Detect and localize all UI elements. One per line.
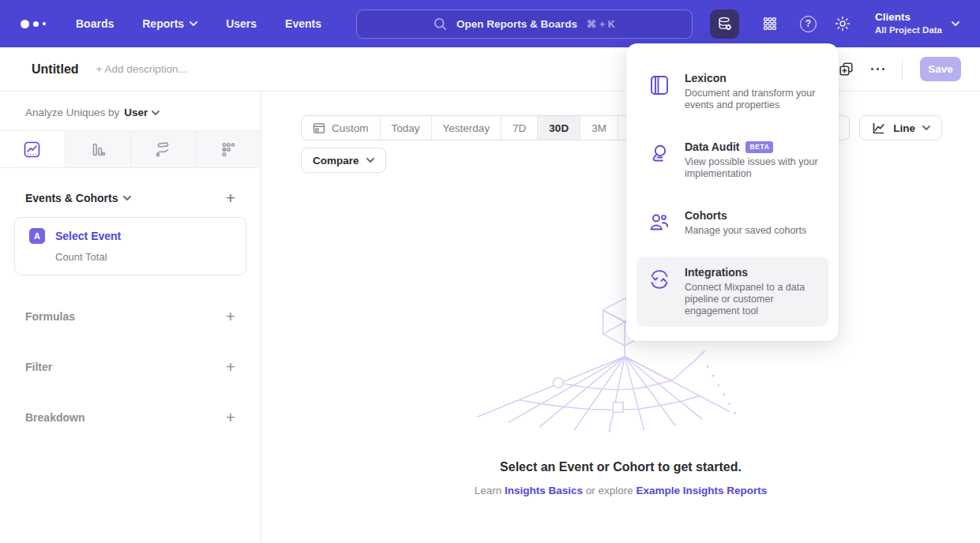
filter-section: Filter + — [25, 360, 235, 374]
compare-dropdown[interactable]: Compare — [301, 148, 386, 173]
event-aggregation[interactable]: Count Total — [55, 251, 231, 263]
data-management-menu: Lexicon Document and transform your even… — [626, 43, 839, 341]
metric-dots-icon — [220, 141, 237, 158]
add-formula-button[interactable]: + — [226, 309, 235, 324]
flow-icon — [154, 140, 171, 158]
org-name: Clients — [875, 11, 942, 24]
primary-nav: Boards Reports Users Events — [76, 17, 321, 30]
formulas-section: Formulas + — [25, 309, 235, 324]
settings-button[interactable] — [832, 9, 853, 39]
menu-item-lexicon[interactable]: Lexicon Document and transform your even… — [636, 62, 828, 121]
menu-item-data-audit[interactable]: Data Audit BETA View possible issues wit… — [636, 131, 828, 189]
breakdown-section: Breakdown + — [25, 410, 235, 425]
insights-basics-link[interactable]: Insights Basics — [505, 485, 583, 496]
events-cohorts-header: Events & Cohorts + — [25, 191, 235, 205]
date-range-control: Custom Today Yesterday 7D 30D 3M 6M — [301, 115, 656, 140]
range-30d[interactable]: 30D — [537, 116, 580, 140]
query-builder-sidebar: Analyze Uniques by User — [0, 92, 261, 543]
chevron-down-icon — [366, 158, 374, 163]
save-button[interactable]: Save — [920, 57, 961, 81]
chevron-down-icon — [952, 21, 959, 26]
search-shortcut: ⌘ + K — [587, 18, 615, 30]
nav-reports[interactable]: Reports — [142, 17, 197, 30]
range-7d[interactable]: 7D — [501, 116, 537, 140]
bar-chart-icon — [89, 141, 106, 158]
range-custom[interactable]: Custom — [302, 116, 380, 140]
chart-type-dropdown[interactable]: Line — [859, 115, 942, 140]
more-options-button[interactable] — [871, 68, 885, 71]
search-icon — [434, 17, 447, 31]
example-reports-link[interactable]: Example Insights Reports — [636, 485, 768, 496]
line-chart-icon — [871, 121, 886, 136]
top-navbar: Boards Reports Users Events Open Reports… — [0, 0, 980, 47]
duplicate-icon[interactable] — [839, 62, 854, 77]
nav-events[interactable]: Events — [285, 17, 321, 30]
line-chart-icon — [24, 141, 40, 158]
grid-icon — [761, 15, 779, 32]
project-scope: All Project Data — [875, 24, 942, 36]
analyze-by-dropdown[interactable]: User — [124, 107, 160, 118]
range-today[interactable]: Today — [380, 116, 431, 140]
tab-metric[interactable] — [195, 131, 261, 167]
add-filter-button[interactable]: + — [226, 360, 235, 374]
event-series-badge: A — [29, 228, 45, 244]
nav-boards[interactable]: Boards — [76, 17, 114, 30]
navbar-actions: ? Clients All Project Data — [710, 9, 959, 39]
report-title[interactable]: Untitled — [32, 62, 79, 77]
menu-item-integrations[interactable]: Integrations Connect Mixpanel to a data … — [636, 257, 828, 327]
chevron-down-icon — [922, 125, 930, 130]
chevron-down-icon — [123, 196, 131, 200]
analyze-row: Analyze Uniques by User — [0, 92, 261, 130]
global-search-input[interactable]: Open Reports & Boards ⌘ + K — [356, 9, 693, 39]
data-management-button[interactable] — [710, 9, 739, 39]
chevron-down-icon — [190, 21, 197, 26]
add-event-button[interactable]: + — [226, 191, 235, 205]
tab-flow-chart[interactable] — [130, 131, 196, 167]
empty-state-links: Learn Insights Basics or explore Example… — [261, 485, 980, 496]
add-breakdown-button[interactable]: + — [226, 410, 235, 425]
range-3m[interactable]: 3M — [580, 116, 618, 140]
nav-users[interactable]: Users — [226, 17, 257, 30]
tab-bar-chart[interactable] — [65, 131, 130, 167]
database-gear-icon — [716, 15, 734, 32]
search-placeholder: Open Reports & Boards — [456, 18, 577, 30]
apps-grid-button[interactable] — [755, 9, 784, 39]
select-event-button[interactable]: Select Event — [55, 230, 121, 242]
analyze-label: Analyze Uniques by — [25, 107, 119, 118]
empty-state-title: Select an Event or Cohort to get started… — [261, 460, 980, 474]
menu-item-cohorts[interactable]: Cohorts Manage your saved cohorts — [636, 200, 828, 246]
question-mark-icon: ? — [805, 18, 811, 29]
visualization-tabs — [0, 130, 261, 168]
event-card[interactable]: A Select Event Count Total — [14, 217, 246, 275]
gear-icon — [834, 15, 851, 32]
users-icon — [648, 211, 671, 234]
report-canvas: Custom Today Yesterday 7D 30D 3M 6M Comp… — [261, 92, 980, 543]
divider — [902, 59, 903, 80]
audit-magnifier-icon — [648, 142, 671, 166]
help-button[interactable]: ? — [800, 16, 817, 32]
lexicon-book-icon — [648, 73, 671, 97]
tab-line-chart[interactable] — [0, 131, 65, 167]
mixpanel-logo[interactable] — [21, 20, 46, 28]
sync-arrows-icon — [648, 268, 671, 291]
events-cohorts-toggle[interactable]: Events & Cohorts — [25, 192, 131, 204]
calendar-icon — [313, 122, 325, 134]
chevron-down-icon — [152, 110, 160, 115]
range-yesterday[interactable]: Yesterday — [431, 116, 501, 140]
beta-badge: BETA — [745, 141, 773, 153]
project-selector[interactable]: Clients All Project Data — [875, 11, 959, 36]
chart-toolbar: Custom Today Yesterday 7D 30D 3M 6M Comp… — [261, 92, 980, 173]
description-placeholder[interactable]: + Add description... — [96, 63, 187, 75]
